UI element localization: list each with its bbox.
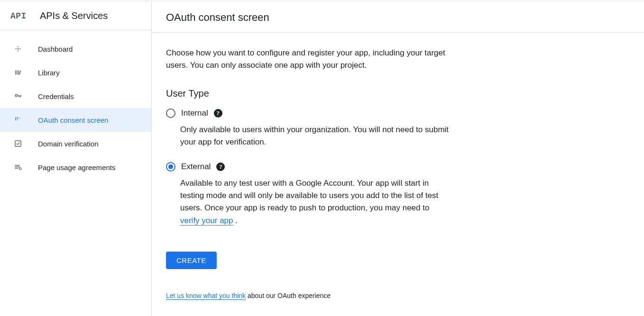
sidebar-item-label: Library bbox=[38, 69, 60, 77]
sidebar-nav: Dashboard Library Credentials OAuth cons… bbox=[0, 30, 151, 179]
main-content: OAuth consent screen Choose how you want… bbox=[152, 2, 644, 316]
sidebar-item-oauth-consent[interactable]: OAuth consent screen bbox=[0, 108, 151, 132]
intro-text: Choose how you want to configure and reg… bbox=[166, 47, 451, 71]
sidebar-item-label: Domain verification bbox=[38, 140, 99, 148]
api-logo-icon: API bbox=[10, 11, 27, 21]
svg-rect-7 bbox=[15, 119, 16, 120]
settings-list-icon bbox=[13, 163, 23, 172]
checkbox-icon bbox=[13, 139, 23, 148]
feedback-row: Let us know what you think about our OAu… bbox=[166, 292, 451, 299]
sidebar-item-library[interactable]: Library bbox=[0, 61, 151, 84]
sidebar-item-label: Credentials bbox=[38, 92, 74, 100]
consent-screen-icon bbox=[13, 115, 23, 125]
sidebar-item-dashboard[interactable]: Dashboard bbox=[0, 37, 151, 61]
radio-internal[interactable] bbox=[166, 108, 175, 118]
radio-external[interactable] bbox=[166, 162, 175, 172]
radio-description-external: Available to any test user with a Google… bbox=[180, 177, 451, 227]
svg-point-1 bbox=[15, 48, 16, 49]
svg-rect-5 bbox=[15, 117, 16, 118]
sidebar-item-label: OAuth consent screen bbox=[38, 116, 108, 124]
radio-option-internal: Internal ? Only available to users withi… bbox=[166, 108, 451, 149]
verify-app-link[interactable]: verify your app bbox=[180, 216, 233, 226]
svg-point-2 bbox=[19, 48, 20, 49]
sidebar-header: API APIs & Services bbox=[0, 2, 151, 30]
sidebar-item-domain-verification[interactable]: Domain verification bbox=[0, 132, 151, 155]
feedback-link[interactable]: Let us know what you think bbox=[166, 292, 246, 300]
main-header: OAuth consent screen bbox=[152, 2, 644, 33]
svg-rect-9 bbox=[17, 119, 18, 120]
key-icon bbox=[13, 91, 23, 101]
create-button[interactable]: CREATE bbox=[166, 252, 217, 269]
sidebar-item-page-usage[interactable]: Page usage agreements bbox=[0, 155, 151, 179]
radio-label-external: External bbox=[181, 162, 211, 172]
svg-rect-8 bbox=[19, 117, 20, 118]
radio-option-external: External ? Available to any test user wi… bbox=[166, 162, 451, 227]
user-type-heading: User Type bbox=[166, 88, 451, 99]
sidebar: API APIs & Services Dashboard Library bbox=[0, 2, 152, 316]
page-title: OAuth consent screen bbox=[166, 11, 630, 24]
sidebar-item-label: Page usage agreements bbox=[38, 163, 115, 172]
help-icon[interactable]: ? bbox=[216, 163, 225, 171]
svg-point-4 bbox=[18, 50, 18, 51]
svg-point-3 bbox=[18, 46, 18, 47]
sidebar-item-label: Dashboard bbox=[38, 45, 73, 53]
svg-point-11 bbox=[19, 168, 21, 170]
dashboard-icon bbox=[13, 44, 23, 54]
sidebar-item-credentials[interactable]: Credentials bbox=[0, 84, 151, 108]
sidebar-title: APIs & Services bbox=[40, 10, 108, 21]
radio-label-internal: Internal bbox=[181, 108, 208, 118]
help-icon[interactable]: ? bbox=[214, 109, 222, 117]
library-icon bbox=[13, 68, 23, 77]
feedback-text: about our OAuth experience bbox=[246, 292, 331, 299]
svg-rect-6 bbox=[17, 117, 18, 118]
svg-point-0 bbox=[18, 48, 19, 50]
svg-rect-10 bbox=[15, 141, 21, 146]
radio-description-internal: Only available to users within your orga… bbox=[180, 124, 451, 149]
